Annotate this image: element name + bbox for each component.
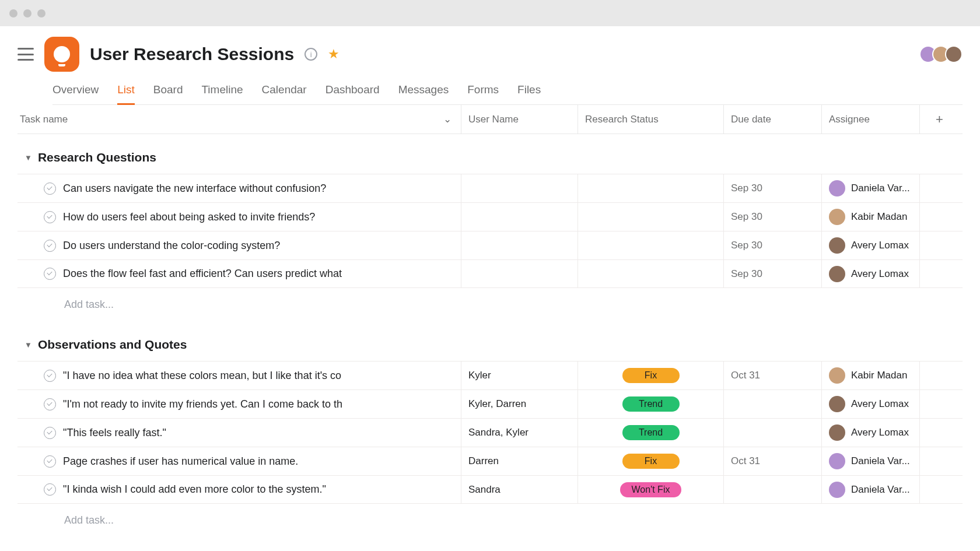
- member-avatars[interactable]: [924, 45, 963, 63]
- tab-messages[interactable]: Messages: [398, 81, 449, 104]
- tab-calendar[interactable]: Calendar: [262, 81, 307, 104]
- column-assignee[interactable]: Assignee: [821, 105, 919, 134]
- check-circle-icon[interactable]: [44, 240, 56, 252]
- assignee-cell[interactable]: Daniela Var...: [821, 476, 919, 503]
- status-pill[interactable]: Trend: [622, 396, 680, 412]
- due-date-cell[interactable]: Sep 30: [723, 174, 821, 202]
- caret-down-icon[interactable]: ▼: [24, 153, 32, 162]
- task-name-cell[interactable]: How do users feel about being asked to i…: [18, 203, 461, 231]
- tab-forms[interactable]: Forms: [467, 81, 499, 104]
- task-row[interactable]: Does the flow feel fast and efficient? C…: [18, 259, 963, 288]
- task-row[interactable]: "I have no idea what these colors mean, …: [18, 361, 963, 389]
- member-avatar[interactable]: [945, 45, 963, 63]
- user-name-cell[interactable]: Darren: [461, 447, 578, 475]
- window-dot-zoom[interactable]: [37, 9, 46, 17]
- user-name-cell[interactable]: Sandra, Kyler: [461, 419, 578, 447]
- task-row[interactable]: Do users understand the color-coding sys…: [18, 231, 963, 259]
- task-row[interactable]: "I'm not ready to invite my friends yet.…: [18, 389, 963, 418]
- due-date-cell[interactable]: [723, 390, 821, 418]
- add-task-button[interactable]: Add task...: [18, 504, 963, 537]
- assignee-cell[interactable]: Avery Lomax: [821, 390, 919, 418]
- tab-board[interactable]: Board: [153, 81, 183, 104]
- tab-files[interactable]: Files: [517, 81, 541, 104]
- user-name-cell[interactable]: [461, 203, 578, 231]
- tab-timeline[interactable]: Timeline: [201, 81, 243, 104]
- status-cell[interactable]: Fix: [578, 362, 723, 389]
- assignee-cell[interactable]: Daniela Var...: [821, 447, 919, 475]
- user-name-cell[interactable]: [461, 174, 578, 202]
- check-circle-icon[interactable]: [44, 183, 56, 195]
- assignee-cell[interactable]: Kabir Madan: [821, 362, 919, 389]
- task-name-cell[interactable]: Page crashes if user has numerical value…: [18, 447, 461, 475]
- star-icon[interactable]: ★: [328, 47, 340, 62]
- task-name-cell[interactable]: "This feels really fast.": [18, 419, 461, 447]
- column-research-status[interactable]: Research Status: [578, 105, 723, 134]
- status-cell[interactable]: Won't Fix: [578, 476, 723, 503]
- window-dot-minimize[interactable]: [23, 9, 32, 17]
- due-date-cell[interactable]: Oct 31: [723, 447, 821, 475]
- task-row[interactable]: Can users navigate the new interface wit…: [18, 174, 963, 202]
- status-cell[interactable]: [578, 260, 723, 287]
- check-circle-icon[interactable]: [44, 455, 56, 468]
- task-row[interactable]: How do users feel about being asked to i…: [18, 202, 963, 231]
- lightbulb-icon: [54, 46, 70, 62]
- assignee-cell[interactable]: Avery Lomax: [821, 260, 919, 287]
- assignee-cell[interactable]: Avery Lomax: [821, 231, 919, 259]
- task-name-cell[interactable]: "I'm not ready to invite my friends yet.…: [18, 390, 461, 418]
- status-pill[interactable]: Fix: [622, 368, 680, 383]
- status-pill[interactable]: Fix: [622, 454, 680, 469]
- check-circle-icon[interactable]: [44, 370, 56, 382]
- user-name-cell[interactable]: [461, 231, 578, 259]
- section-header[interactable]: ▼Research Questions: [18, 134, 963, 174]
- info-icon[interactable]: i: [304, 48, 317, 61]
- status-cell[interactable]: [578, 203, 723, 231]
- menu-icon[interactable]: [18, 48, 34, 61]
- task-row[interactable]: "This feels really fast."Sandra, KylerTr…: [18, 418, 963, 447]
- user-name-cell[interactable]: Sandra: [461, 476, 578, 503]
- project-icon[interactable]: [44, 37, 79, 72]
- assignee-cell[interactable]: Kabir Madan: [821, 203, 919, 231]
- due-date-cell[interactable]: Sep 30: [723, 231, 821, 259]
- status-cell[interactable]: Trend: [578, 390, 723, 418]
- status-cell[interactable]: [578, 174, 723, 202]
- section-header[interactable]: ▼Observations and Quotes: [18, 321, 963, 361]
- status-pill[interactable]: Won't Fix: [620, 482, 682, 497]
- assignee-cell[interactable]: Daniela Var...: [821, 174, 919, 202]
- task-row[interactable]: "I kinda wish I could add even more colo…: [18, 475, 963, 504]
- user-name-cell[interactable]: Kyler, Darren: [461, 390, 578, 418]
- caret-down-icon[interactable]: ▼: [24, 341, 32, 349]
- window-dot-close[interactable]: [9, 9, 18, 17]
- due-date-cell[interactable]: Sep 30: [723, 203, 821, 231]
- due-date-cell[interactable]: [723, 476, 821, 503]
- status-cell[interactable]: Fix: [578, 447, 723, 475]
- assignee-cell[interactable]: Avery Lomax: [821, 419, 919, 447]
- chevron-down-icon[interactable]: ⌄: [443, 113, 452, 125]
- column-user-name[interactable]: User Name: [461, 105, 578, 134]
- check-circle-icon[interactable]: [44, 268, 56, 280]
- column-task-name[interactable]: Task name ⌄: [18, 113, 461, 125]
- task-name-cell[interactable]: "I have no idea what these colors mean, …: [18, 362, 461, 389]
- task-name-cell[interactable]: "I kinda wish I could add even more colo…: [18, 476, 461, 503]
- tab-overview[interactable]: Overview: [52, 81, 99, 104]
- column-due-date[interactable]: Due date: [723, 105, 821, 134]
- status-cell[interactable]: Trend: [578, 419, 723, 447]
- due-date-cell[interactable]: [723, 419, 821, 447]
- task-name-cell[interactable]: Does the flow feel fast and efficient? C…: [18, 260, 461, 287]
- user-name-cell[interactable]: [461, 260, 578, 287]
- task-name-cell[interactable]: Do users understand the color-coding sys…: [18, 231, 461, 259]
- due-date-cell[interactable]: Sep 30: [723, 260, 821, 287]
- status-cell[interactable]: [578, 231, 723, 259]
- tab-dashboard[interactable]: Dashboard: [326, 81, 380, 104]
- check-circle-icon[interactable]: [44, 211, 56, 223]
- check-circle-icon[interactable]: [44, 427, 56, 439]
- due-date-cell[interactable]: Oct 31: [723, 362, 821, 389]
- check-circle-icon[interactable]: [44, 398, 56, 410]
- task-name-cell[interactable]: Can users navigate the new interface wit…: [18, 174, 461, 202]
- status-pill[interactable]: Trend: [622, 425, 680, 440]
- add-column-button[interactable]: +: [919, 105, 959, 134]
- add-task-button[interactable]: Add task...: [18, 288, 963, 321]
- user-name-cell[interactable]: Kyler: [461, 362, 578, 389]
- check-circle-icon[interactable]: [44, 483, 56, 496]
- tab-list[interactable]: List: [117, 81, 135, 104]
- task-row[interactable]: Page crashes if user has numerical value…: [18, 447, 963, 475]
